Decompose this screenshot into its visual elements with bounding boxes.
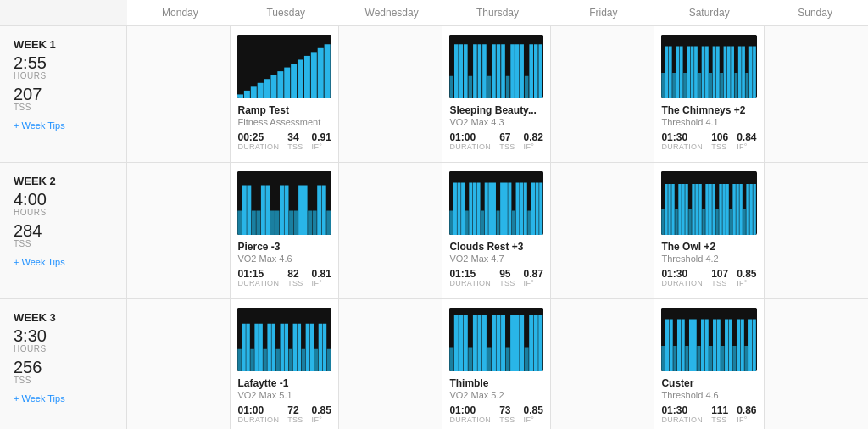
- if-label: IF°: [312, 142, 331, 151]
- duration-val: 00:25: [237, 132, 279, 142]
- svg-rect-78: [303, 186, 308, 236]
- workout-card[interactable]: Thimble VO2 Max 5.2 01:00 DURATION 73 TS…: [449, 308, 543, 424]
- svg-rect-120: [696, 184, 698, 235]
- if-label: IF°: [524, 279, 543, 287]
- svg-rect-97: [497, 211, 500, 236]
- svg-rect-13: [318, 48, 324, 98]
- svg-rect-172: [497, 315, 501, 371]
- svg-rect-32: [525, 76, 529, 98]
- workout-card[interactable]: Pierce -3 VO2 Max 4.6 01:15 DURATION 82 …: [237, 171, 331, 287]
- svg-rect-205: [748, 320, 752, 372]
- if-val: 0.82: [524, 132, 543, 142]
- day-cell-w2-d3: [339, 163, 442, 298]
- svg-rect-85: [450, 211, 453, 236]
- svg-rect-119: [693, 184, 695, 235]
- svg-rect-110: [662, 209, 665, 235]
- if-val: 0.87: [524, 269, 543, 279]
- svg-rect-188: [682, 320, 685, 372]
- tss-val: 34: [287, 132, 303, 142]
- workout-card[interactable]: Sleeping Beauty... VO2 Max 4.3 01:00 DUR…: [449, 35, 543, 151]
- workout-name: Sleeping Beauty...: [449, 104, 543, 116]
- svg-rect-113: [672, 184, 675, 235]
- svg-rect-180: [534, 315, 538, 371]
- svg-rect-178: [525, 348, 529, 372]
- workout-card[interactable]: The Chimneys +2 Threshold 4.1 01:30 DURA…: [661, 35, 756, 151]
- svg-rect-184: [665, 320, 669, 372]
- svg-rect-40: [673, 73, 676, 98]
- svg-rect-171: [492, 315, 496, 371]
- duration-val: 01:00: [449, 405, 491, 415]
- tss-val: 82: [287, 269, 303, 279]
- svg-rect-49: [705, 47, 709, 99]
- svg-rect-146: [268, 324, 271, 371]
- svg-rect-202: [737, 320, 740, 372]
- svg-rect-183: [662, 346, 665, 371]
- tss-label: TSS: [287, 279, 303, 287]
- chart-thumbnail: [661, 171, 756, 235]
- svg-rect-128: [723, 184, 726, 235]
- workout-name: Clouds Rest +3: [449, 241, 543, 253]
- duration-val: 01:00: [449, 132, 491, 142]
- svg-rect-94: [485, 183, 488, 236]
- workout-stats: 01:00 DURATION 73 TSS 0.85 IF°: [449, 405, 543, 424]
- svg-rect-14: [325, 44, 331, 98]
- svg-rect-8: [285, 68, 291, 98]
- day-cell-w3-d1: [127, 299, 231, 429]
- svg-rect-79: [309, 211, 313, 236]
- svg-rect-3: [251, 86, 257, 98]
- workout-type: Threshold 4.6: [661, 390, 756, 400]
- workout-type: VO2 Max 4.6: [237, 254, 331, 264]
- workout-card[interactable]: The Owl +2 Threshold 4.2 01:30 DURATION …: [661, 171, 756, 287]
- calendar-container: Monday Tuesday Wednesday Thursday Friday…: [0, 0, 868, 429]
- svg-rect-35: [539, 44, 543, 98]
- day-cell-w3-d7: [765, 299, 868, 429]
- workout-stats: 01:00 DURATION 72 TSS 0.85 IF°: [237, 405, 331, 424]
- svg-rect-114: [676, 209, 678, 235]
- workout-card[interactable]: Lafaytte -1 VO2 Max 5.1 01:00 DURATION 7…: [237, 308, 331, 424]
- stat-duration: 01:15 DURATION: [449, 269, 491, 287]
- duration-val: 01:30: [661, 405, 703, 415]
- header-row: Monday Tuesday Wednesday Thursday Friday…: [0, 0, 868, 26]
- workout-card[interactable]: Custer Threshold 4.6 01:30 DURATION 111 …: [661, 308, 756, 424]
- svg-rect-162: [450, 348, 454, 372]
- week-tips-link[interactable]: + Week Tips: [14, 120, 113, 131]
- workout-stats: 01:30 DURATION 111 TSS 0.86 IF°: [661, 405, 756, 424]
- chart-thumbnail: [449, 308, 543, 371]
- week-tips-link[interactable]: + Week Tips: [14, 257, 113, 267]
- svg-rect-52: [716, 47, 720, 99]
- svg-rect-33: [530, 44, 534, 98]
- chart-thumbnail: [449, 171, 543, 235]
- weeks-container: WEEK 1 2:55 HOURS 207 TSS + Week Tips Ra…: [0, 26, 868, 429]
- svg-rect-51: [713, 47, 716, 99]
- svg-rect-155: [306, 324, 309, 371]
- week-hours-val: 3:30: [14, 327, 113, 344]
- svg-rect-136: [750, 184, 753, 235]
- duration-label: DURATION: [449, 279, 491, 287]
- svg-rect-161: [449, 308, 543, 371]
- week-tss-val: 207: [14, 86, 113, 103]
- svg-rect-125: [713, 184, 715, 235]
- svg-rect-45: [691, 47, 694, 99]
- workout-name: Custer: [661, 377, 756, 389]
- stat-tss: 82 TSS: [287, 269, 303, 287]
- workout-card[interactable]: Ramp Test Fitness Assessment 00:25 DURAT…: [237, 35, 331, 151]
- svg-rect-46: [694, 47, 698, 99]
- tss-label: TSS: [499, 142, 515, 151]
- tss-val: 107: [711, 269, 728, 279]
- svg-rect-169: [482, 315, 487, 371]
- svg-rect-53: [721, 73, 724, 98]
- svg-rect-127: [720, 184, 722, 235]
- svg-rect-93: [481, 211, 485, 236]
- week-info-2: WEEK 2 4:00 HOURS 284 TSS + Week Tips: [0, 163, 127, 298]
- svg-rect-43: [684, 73, 687, 98]
- tss-val: 111: [711, 405, 728, 415]
- svg-rect-195: [709, 346, 713, 371]
- svg-rect-68: [257, 211, 261, 236]
- svg-rect-176: [515, 315, 520, 371]
- svg-rect-2: [244, 91, 250, 98]
- svg-rect-117: [686, 184, 688, 235]
- workout-card[interactable]: Clouds Rest +3 VO2 Max 4.7 01:15 DURATIO…: [449, 171, 543, 287]
- week-hours-label: HOURS: [14, 208, 113, 217]
- week-tips-link[interactable]: + Week Tips: [14, 393, 113, 404]
- if-label: IF°: [312, 279, 331, 287]
